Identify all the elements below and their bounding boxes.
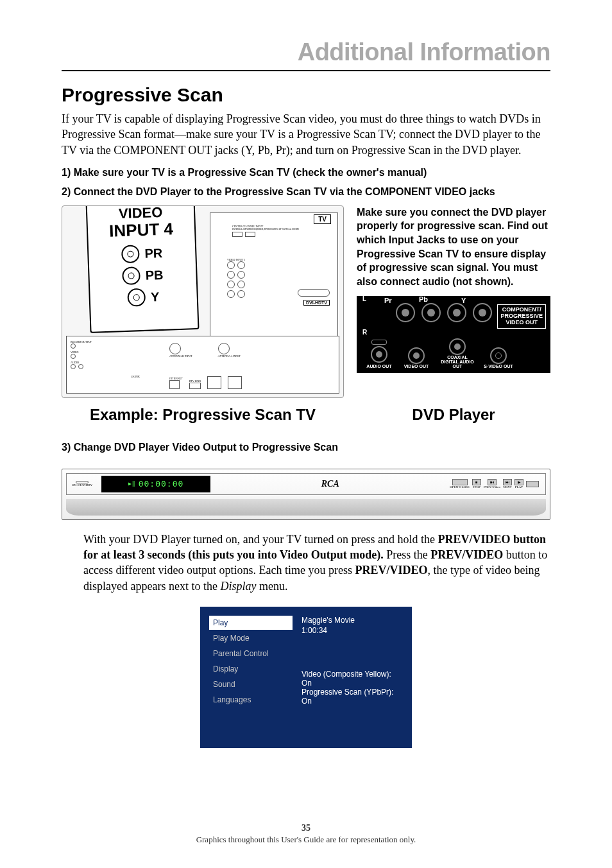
l-label: L: [362, 295, 366, 302]
dvd-extra-jack-icon: [473, 303, 492, 322]
tiny-eth: ETHERNET: [169, 377, 183, 380]
pr-jack-icon: [121, 245, 140, 263]
tv-label: TV: [314, 214, 331, 224]
front-display: ▶‖ 00:00:00: [101, 476, 210, 492]
exp-c: Press the: [384, 548, 431, 561]
open-label: OPEN•CLOSE: [450, 485, 470, 489]
menu-time: 1:00:34: [302, 626, 403, 635]
explain-paragraph: With your DVD Player turned on, and your…: [83, 532, 550, 594]
y-jack-icon: [128, 288, 146, 307]
exp-h: Display: [220, 580, 256, 593]
cutout-input-label: INPUT 4: [92, 220, 191, 239]
prev-icon: ⏮: [488, 479, 497, 485]
step-1: 1) Make sure your TV is a Progressive Sc…: [62, 167, 550, 178]
prev-label: PREV/Video: [484, 485, 500, 489]
connection-note: Make sure you connect the DVD player pro…: [357, 205, 550, 289]
exp-i: menu.: [256, 580, 287, 593]
page-footer: 35 Graphics throughout this User's Guide…: [0, 823, 612, 845]
dvd-y-label: Y: [461, 297, 466, 304]
y-label: Y: [151, 290, 160, 304]
dvd-pr-label: Pr: [384, 297, 392, 304]
menu-progressive-line: Progressive Scan (YPbPr): On: [302, 688, 403, 706]
menu-item-play-mode: Play Mode: [209, 631, 293, 645]
intro-paragraph: If your TV is capable of displaying Prog…: [62, 111, 550, 158]
tv-diagram: TV CENTER CHANNEL INPUT EXTERNAL AMPLIFI…: [62, 205, 344, 398]
dvd-front-panel: ON•STANDBY ▶‖ 00:00:00 RCA OPEN•CLOSE ■S…: [62, 469, 550, 520]
step-2: 2) Connect the DVD Player to the Progres…: [62, 186, 550, 198]
brand-logo: RCA: [210, 479, 450, 489]
play-icon: ▶: [514, 479, 523, 485]
standby-label: ON•STANDBY: [72, 483, 92, 487]
stop-label: STOP: [473, 485, 480, 489]
menu-item-languages: Languages: [209, 693, 293, 707]
chapter-title: Additional Information: [62, 39, 550, 66]
next-label: NEXT: [503, 485, 511, 489]
exp-f: PREV/VIDEO: [355, 564, 428, 577]
footer-note: Graphics throughout this User's Guide ar…: [0, 835, 612, 845]
diagram-captions: Example: Progressive Scan TV DVD Player: [62, 406, 550, 424]
menu-video-line: Video (Composite Yellow): On: [302, 670, 403, 688]
tiny-anta: ANTENNA A INPUT: [218, 354, 241, 358]
comp-line1: COMPONENT/: [502, 306, 541, 313]
page-number: 35: [0, 823, 612, 833]
coax-out-label: COAXIAL DIGITAL AUDIO OUT: [438, 355, 477, 369]
menu-item-play: Play: [209, 616, 293, 630]
tiny-glink: G-LINK: [131, 375, 140, 378]
step-3: 3) Change DVD Player Video Output to Pro…: [62, 442, 550, 453]
dvd-pb-jack-icon: [421, 303, 441, 322]
component-out-label: COMPONENT/ PROGRESSIVE VIDEO OUT: [497, 304, 546, 329]
caption-dvd: DVD Player: [357, 406, 550, 424]
svideo-out-label: S-VIDEO OUT: [483, 364, 514, 369]
tray2-icon: [526, 481, 539, 487]
menu-item-parental: Parental Control: [209, 647, 293, 661]
pb-label: PB: [145, 267, 164, 282]
connection-diagram: TV CENTER CHANNEL INPUT EXTERNAL AMPLIFI…: [62, 205, 550, 398]
video-input-cutout: VIDEO INPUT 4 PR PB Y: [85, 205, 199, 333]
menu-item-sound: Sound: [209, 677, 293, 691]
tv-lower-panel: RECORD OUTPUT VIDEO AUDIO G-LINK ANTENNA…: [66, 336, 339, 394]
front-controls: OPEN•CLOSE ■STOP ⏮PREV/Video ⏭NEXT ▶PLAY: [450, 479, 539, 489]
menu-title: Maggie's Movie: [302, 616, 403, 625]
exp-a: With your DVD Player turned on, and your…: [83, 533, 438, 546]
comp-line3: VIDEO OUT: [506, 319, 538, 326]
tiny-dtv: DTV LINK: [189, 379, 201, 383]
display-time: 00:00:00: [139, 479, 184, 489]
audio-out-jack-icon: [371, 346, 387, 363]
caption-tv: Example: Progressive Scan TV: [62, 406, 344, 424]
section-heading: Progressive Scan: [62, 84, 550, 106]
coax-out-jack-icon: [449, 338, 466, 355]
dvd-y-jack-icon: [447, 303, 466, 322]
tray-icon: [452, 479, 468, 485]
onscreen-menu: Play Play Mode Parental Control Display …: [200, 607, 412, 748]
audio-out-label: AUDIO OUT: [364, 364, 395, 369]
exp-d: PREV/VIDEO: [430, 548, 503, 561]
dvi-label: DVI-HDTV: [303, 300, 330, 306]
dvd-back-panel: L Pr Pb Y COMPONENT/ PROGRESSIVE VIDEO O…: [357, 296, 550, 373]
video-out-label: VIDEO OUT: [401, 364, 432, 369]
dvd-pb-label: Pb: [419, 295, 428, 303]
comp-line2: PROGRESSIVE: [500, 313, 543, 319]
pb-jack-icon: [122, 266, 140, 285]
menu-item-display: Display: [209, 662, 293, 676]
next-icon: ⏭: [503, 479, 512, 485]
dvd-pr-jack-icon: [396, 303, 415, 322]
tiny-antb: ANTENNA B INPUT: [169, 354, 192, 358]
svideo-out-jack-icon: [490, 347, 507, 364]
pr-label: PR: [144, 245, 163, 261]
video-out-jack-icon: [408, 347, 425, 364]
cutout-video-label: VIDEO: [91, 205, 191, 222]
tiny-amp-label: EXTERNAL AMPLIFIER REQUIRED; POWER RATIN…: [232, 228, 335, 230]
r-label: R: [362, 329, 367, 336]
header-rule: [62, 70, 550, 71]
stop-icon: ■: [472, 479, 481, 485]
play-label: PLAY: [515, 485, 523, 489]
